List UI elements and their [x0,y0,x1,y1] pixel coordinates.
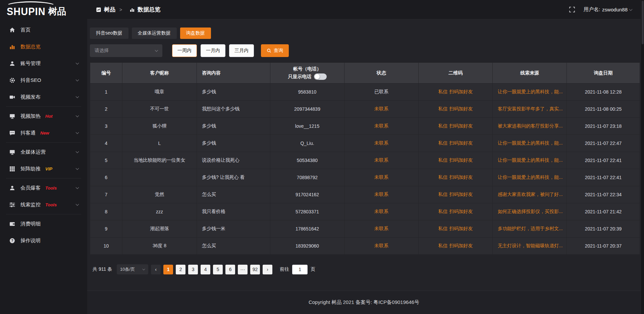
sidebar-item-badge: Tools [45,186,57,191]
top-bar: 树品 > 数据总览 用户名: zswodun88 [87,0,641,19]
cell-status: 已联系 [344,84,419,101]
scan-add-friend-link[interactable]: 扫码加好友 [449,106,473,111]
sidebar-item-account-manage[interactable]: 账号管理 [0,55,87,72]
page-button[interactable]: 1 [163,265,173,274]
sidebar-item-matrix-boost[interactable]: 矩阵助推 VIP [0,160,87,177]
private-message-link[interactable]: 私信 [438,226,448,231]
table-row: 1 哦章 多少钱 9583810 已联系 私信扫码加好友 让你一眼就爱上的黑科技… [90,84,640,101]
goto-suffix: 页 [311,266,315,272]
chevron-down-icon [76,186,79,189]
user-menu[interactable]: 用户名: zswodun88 [584,6,632,13]
private-message-link[interactable]: 私信 [438,89,448,94]
cell-source[interactable]: 感谢大家喜欢我家，被问了好... [493,186,567,203]
scan-add-friend-link[interactable]: 扫码加好友 [449,226,473,231]
sidebar-item-spend-detail[interactable]: 消费明细 [0,215,87,232]
copyright-text: Copyright 树品 2021 备案号: 粤ICP备09019646号 [309,299,419,306]
sidebar-item-video-heat[interactable]: 视频加热 Hot [0,108,87,124]
private-message-link[interactable]: 私信 [438,243,448,248]
tab-douyin-seo-data[interactable]: 抖音seo数据 [90,28,128,39]
breadcrumb-root[interactable]: 树品 [104,6,115,13]
cell-content: 多少钱 [197,118,270,135]
scan-add-friend-link[interactable]: 扫码加好友 [449,209,473,214]
sidebar-item-guide[interactable]: ? 操作说明 [0,232,87,249]
cell-qrcode: 私信扫码加好友 [419,238,493,255]
goto-page-input[interactable] [292,265,308,274]
page-buttons: 123456···92 [163,265,260,274]
next-page-button[interactable]: › [263,265,272,274]
tab-inquiry-data[interactable]: 询盘数据 [180,28,211,39]
private-message-link[interactable]: 私信 [438,209,448,214]
sidebar-item-data-overview[interactable]: 数据总览 [0,38,87,55]
phone-only-toggle[interactable] [314,73,327,80]
cell-id: 7 [90,186,122,203]
sidebar-item-member-burst[interactable]: 会员爆客 Tools [0,179,87,196]
sidebar-divider [6,106,81,107]
range-three-month[interactable]: 三月内 [229,44,254,57]
page-size-select[interactable]: 10条/页 [117,264,148,274]
sidebar-item-label: 会员爆客 [20,185,41,191]
cell-id: 8 [90,203,122,220]
page-button[interactable]: 2 [176,265,185,274]
private-message-link[interactable]: 私信 [438,123,448,128]
tab-omni-media-data[interactable]: 全媒体运营数据 [132,28,177,39]
cell-source[interactable]: 被大家追着问的客厅投影分享... [493,118,567,135]
fullscreen-icon[interactable] [569,7,575,12]
scrollbar-thumb[interactable] [642,1,644,44]
cell-status: 未联系 [344,169,419,186]
cell-source[interactable]: 多功能护栏灯，适用于乡村文... [493,220,567,238]
breadcrumb: 树品 > 数据总览 [96,6,160,13]
scan-add-friend-link[interactable]: 扫码加好友 [449,89,473,94]
cell-source[interactable]: 如何正确选择投影仪，买投影... [493,203,567,220]
cell-source[interactable]: 让你一眼就爱上的黑科技，能... [493,169,567,186]
range-one-week[interactable]: 一周内 [172,44,197,57]
cell-source[interactable]: 让你一眼就爱上的黑科技，能... [493,84,567,101]
range-one-month[interactable]: 一月内 [201,44,225,57]
cell-source[interactable]: 让你一眼就爱上的黑科技，能... [493,152,567,169]
username-value: zswodun88 [602,7,628,12]
breadcrumb-current: 数据总览 [138,6,160,13]
col-account: 帐号（电话） 只显示电话 [270,63,344,84]
sidebar-item-douketong[interactable]: 抖客通 New [0,124,87,141]
sidebar-item-douyin-seo[interactable]: 抖音SEO [0,72,87,89]
user-icon [9,185,15,191]
cell-account: Q_Liu. [270,135,344,152]
cell-source[interactable]: 让你一眼就爱上的黑科技，能... [493,135,567,152]
sidebar-item-omni-media[interactable]: 全媒体运营 [0,144,87,160]
scrollbar[interactable] [641,0,644,314]
scan-add-friend-link[interactable]: 扫码加好友 [449,140,473,146]
page-button[interactable]: 4 [201,265,210,274]
gear-icon [9,77,15,83]
sidebar-item-home[interactable]: 首页 [0,21,87,38]
sidebar-item-lead-monitor[interactable]: 线索监控 Tools [0,196,87,213]
page-button[interactable]: 3 [188,265,198,274]
cell-id: 6 [90,169,122,186]
prev-page-button[interactable]: ‹ [151,265,161,274]
cell-nickname: 当地比较能吃的一位美女 [122,152,197,169]
cell-source[interactable]: 客厅安装投影半年多了，真实... [493,101,567,118]
cell-account: 50534380 [270,152,344,169]
scan-add-friend-link[interactable]: 扫码加好友 [449,174,473,180]
scan-add-friend-link[interactable]: 扫码加好友 [449,192,473,197]
private-message-link[interactable]: 私信 [438,106,448,111]
page-button[interactable]: 6 [225,265,235,274]
cell-nickname: zzz [122,203,197,220]
private-message-link[interactable]: 私信 [438,192,448,197]
page-button[interactable]: 92 [250,265,260,274]
cell-nickname: 不可一世 [122,101,197,118]
private-message-link[interactable]: 私信 [438,140,448,146]
cell-date: 2021-11-07 22:47 [567,135,640,152]
scan-add-friend-link[interactable]: 扫码加好友 [449,157,473,163]
scan-add-friend-link[interactable]: 扫码加好友 [449,243,473,248]
page-button[interactable]: 5 [213,265,223,274]
search-button[interactable]: 查询 [261,44,289,57]
table-row: 4 L 多少钱 Q_Liu. 未联系 私信扫码加好友 让你一眼就爱上的黑科技，能… [90,135,640,152]
private-message-link[interactable]: 私信 [438,174,448,180]
private-message-link[interactable]: 私信 [438,157,448,163]
col-source: 线索来源 [493,63,567,84]
filter-select[interactable]: 请选择 [90,44,162,57]
video-icon [9,94,15,100]
cell-source[interactable]: 无主灯设计，智能磁吸轨道灯... [493,238,567,255]
page-ellipsis-button[interactable]: ··· [238,265,248,274]
scan-add-friend-link[interactable]: 扫码加好友 [449,123,473,128]
sidebar-item-video-publish[interactable]: 视频发布 [0,89,87,105]
